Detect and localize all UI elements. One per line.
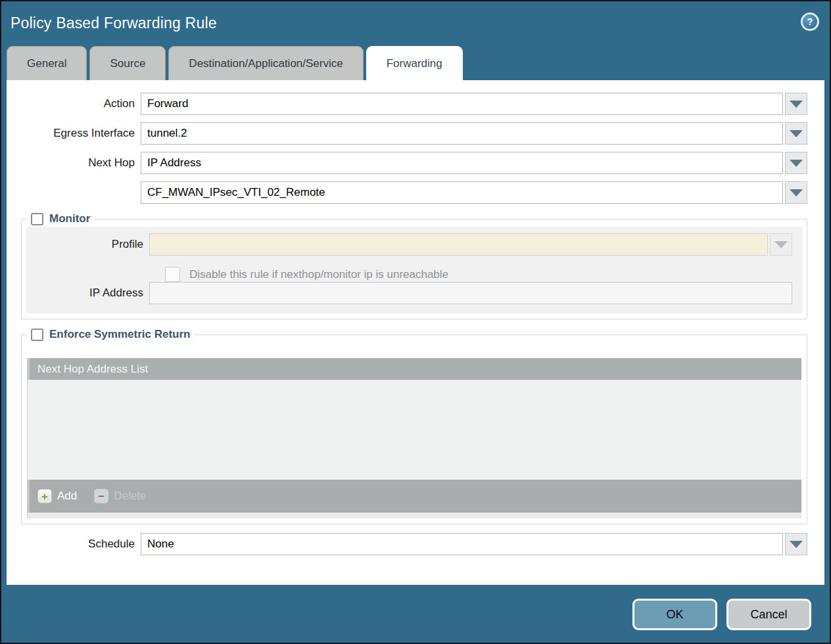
next-hop-address-list-body[interactable]: [28, 380, 801, 480]
next-hop-address-combo: [141, 181, 807, 204]
schedule-combo: [141, 533, 807, 555]
next-hop-address-row: [7, 181, 807, 204]
dialog-footer: OK Cancel: [1, 582, 830, 643]
next-hop-address-input[interactable]: [141, 181, 783, 204]
enforce-symmetric-return-checkbox[interactable]: [31, 329, 43, 341]
next-hop-address-table: Next Hop Address List + Add − Delete: [27, 358, 801, 518]
monitor-ip-combo: [149, 282, 792, 304]
chevron-down-icon: [790, 160, 803, 167]
monitor-title: Monitor: [49, 212, 90, 225]
tab-destination-application-service[interactable]: Destination/Application/Service: [168, 46, 363, 80]
tab-forwarding[interactable]: Forwarding: [366, 46, 463, 80]
next-hop-label: Next Hop: [7, 156, 141, 170]
tab-general[interactable]: General: [7, 46, 87, 80]
next-hop-input[interactable]: [141, 152, 783, 174]
action-row: Action: [7, 93, 807, 115]
chevron-down-icon: [774, 241, 788, 248]
next-hop-dropdown-button[interactable]: [785, 152, 807, 174]
next-hop-row: Next Hop: [7, 152, 807, 174]
next-hop-combo: [141, 152, 807, 174]
next-hop-address-dropdown-button[interactable]: [785, 181, 807, 204]
chevron-down-icon: [790, 189, 803, 196]
add-button[interactable]: + Add: [37, 489, 77, 503]
enforce-symmetric-return-legend: Enforce Symmetric Return: [27, 328, 194, 341]
schedule-dropdown-button[interactable]: [785, 533, 807, 555]
plus-icon: +: [37, 489, 52, 503]
action-label: Action: [7, 97, 141, 110]
egress-interface-label: Egress Interface: [7, 127, 141, 140]
dialog-title: Policy Based Forwarding Rule: [11, 14, 217, 32]
table-scroll-strip: [28, 513, 801, 518]
next-hop-address-list-header: Next Hop Address List: [28, 358, 801, 380]
tab-source[interactable]: Source: [89, 46, 166, 80]
delete-button[interactable]: − Delete: [94, 489, 146, 503]
profile-row: Profile: [26, 233, 792, 256]
disable-rule-row: Disable this rule if nexthop/monitor ip …: [165, 267, 797, 282]
chevron-down-icon: [790, 541, 803, 548]
egress-interface-input[interactable]: [141, 122, 783, 145]
egress-interface-combo: [141, 122, 807, 145]
pbf-rule-dialog: Policy Based Forwarding Rule ? General S…: [0, 0, 831, 644]
forwarding-tab-panel: Action Egress Interface Next Hop: [7, 80, 824, 585]
monitor-ip-input: [149, 282, 792, 304]
chevron-down-icon: [790, 101, 803, 108]
schedule-input[interactable]: [141, 533, 783, 555]
profile-combo: [149, 233, 792, 256]
tab-bar: General Source Destination/Application/S…: [7, 46, 463, 80]
minus-icon: −: [94, 489, 108, 503]
ok-button[interactable]: OK: [632, 599, 717, 630]
profile-input: [149, 233, 768, 256]
schedule-row: Schedule: [7, 533, 807, 555]
enforce-symmetric-return-section: Enforce Symmetric Return Next Hop Addres…: [21, 328, 807, 524]
delete-button-label: Delete: [114, 490, 146, 503]
monitor-panel: Profile Disable this rule if nexthop/mon…: [26, 227, 803, 313]
help-icon[interactable]: ?: [801, 12, 819, 31]
monitor-checkbox[interactable]: [31, 213, 43, 225]
action-input[interactable]: [141, 93, 783, 115]
disable-rule-label: Disable this rule if nexthop/monitor ip …: [189, 268, 448, 281]
cancel-button[interactable]: Cancel: [726, 599, 811, 630]
monitor-section: Monitor Profile Disable this rule if nex…: [21, 212, 807, 319]
monitor-legend: Monitor: [27, 212, 94, 225]
monitor-ip-label: IP Address: [26, 287, 149, 300]
egress-interface-row: Egress Interface: [7, 122, 807, 145]
title-bar: Policy Based Forwarding Rule ?: [1, 1, 830, 46]
disable-rule-checkbox[interactable]: [165, 267, 180, 282]
profile-dropdown-button: [770, 233, 792, 256]
action-dropdown-button[interactable]: [785, 93, 807, 115]
profile-label: Profile: [26, 238, 149, 251]
action-combo: [141, 93, 807, 115]
enforce-symmetric-return-title: Enforce Symmetric Return: [49, 328, 190, 341]
add-button-label: Add: [57, 490, 77, 503]
egress-interface-dropdown-button[interactable]: [785, 122, 807, 145]
chevron-down-icon: [790, 130, 803, 137]
next-hop-address-list-toolbar: + Add − Delete: [28, 480, 801, 513]
monitor-ip-row: IP Address: [26, 282, 792, 304]
schedule-label: Schedule: [7, 538, 141, 551]
